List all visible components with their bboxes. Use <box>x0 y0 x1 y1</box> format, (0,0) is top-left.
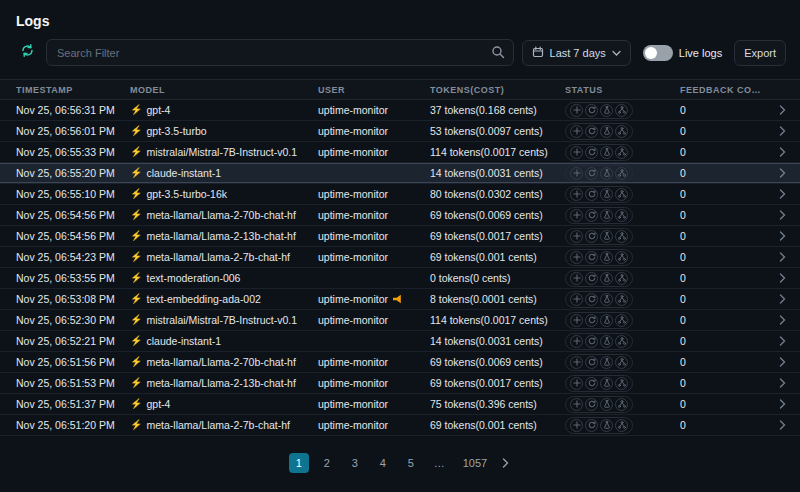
trace-icon[interactable] <box>615 230 628 243</box>
add-icon[interactable] <box>570 188 583 201</box>
table-row[interactable]: Nov 25, 06:52:30 PM ⚡ mistralai/Mistral-… <box>0 310 800 331</box>
experiment-icon[interactable] <box>600 419 613 432</box>
row-expand-button[interactable] <box>772 210 800 220</box>
row-expand-button[interactable] <box>772 399 800 409</box>
trace-icon[interactable] <box>615 377 628 390</box>
row-expand-button[interactable] <box>772 126 800 136</box>
trace-icon[interactable] <box>615 293 628 306</box>
experiment-icon[interactable] <box>600 125 613 138</box>
table-row[interactable]: Nov 25, 06:54:23 PM ⚡ meta-llama/Llama-2… <box>0 247 800 268</box>
experiment-icon[interactable] <box>600 251 613 264</box>
rerun-icon[interactable] <box>585 251 598 264</box>
row-expand-button[interactable] <box>772 231 800 241</box>
trace-icon[interactable] <box>615 167 628 180</box>
row-expand-button[interactable] <box>772 273 800 283</box>
experiment-icon[interactable] <box>600 377 613 390</box>
table-row[interactable]: Nov 25, 06:54:56 PM ⚡ meta-llama/Llama-2… <box>0 205 800 226</box>
experiment-icon[interactable] <box>600 209 613 222</box>
row-expand-button[interactable] <box>772 315 800 325</box>
table-row[interactable]: Nov 25, 06:56:31 PM ⚡ gpt-4 uptime-monit… <box>0 100 800 121</box>
add-icon[interactable] <box>570 230 583 243</box>
search-input[interactable] <box>46 39 514 66</box>
add-icon[interactable] <box>570 167 583 180</box>
experiment-icon[interactable] <box>600 167 613 180</box>
add-icon[interactable] <box>570 125 583 138</box>
experiment-icon[interactable] <box>600 188 613 201</box>
row-expand-button[interactable] <box>772 147 800 157</box>
experiment-icon[interactable] <box>600 314 613 327</box>
page-button[interactable]: 3 <box>345 453 365 473</box>
table-row[interactable]: Nov 25, 06:55:33 PM ⚡ mistralai/Mistral-… <box>0 142 800 163</box>
page-button[interactable]: 1057 <box>458 453 492 473</box>
add-icon[interactable] <box>570 251 583 264</box>
row-expand-button[interactable] <box>772 378 800 388</box>
experiment-icon[interactable] <box>600 398 613 411</box>
trace-icon[interactable] <box>615 398 628 411</box>
page-button[interactable]: 4 <box>373 453 393 473</box>
trace-icon[interactable] <box>615 146 628 159</box>
experiment-icon[interactable] <box>600 356 613 369</box>
rerun-icon[interactable] <box>585 125 598 138</box>
rerun-icon[interactable] <box>585 188 598 201</box>
row-expand-button[interactable] <box>772 336 800 346</box>
row-expand-button[interactable] <box>772 357 800 367</box>
trace-icon[interactable] <box>615 272 628 285</box>
experiment-icon[interactable] <box>600 293 613 306</box>
table-row[interactable]: Nov 25, 06:53:55 PM ⚡ text-moderation-00… <box>0 268 800 289</box>
table-row[interactable]: Nov 25, 06:51:53 PM ⚡ meta-llama/Llama-2… <box>0 373 800 394</box>
live-logs-toggle[interactable] <box>643 45 673 61</box>
table-row[interactable]: Nov 25, 06:54:56 PM ⚡ meta-llama/Llama-2… <box>0 226 800 247</box>
table-row[interactable]: Nov 25, 06:51:37 PM ⚡ gpt-4 uptime-monit… <box>0 394 800 415</box>
row-expand-button[interactable] <box>772 420 800 430</box>
rerun-icon[interactable] <box>585 146 598 159</box>
page-button[interactable]: 5 <box>401 453 421 473</box>
row-expand-button[interactable] <box>772 189 800 199</box>
experiment-icon[interactable] <box>600 104 613 117</box>
rerun-icon[interactable] <box>585 356 598 369</box>
date-range-button[interactable]: Last 7 days <box>522 40 631 66</box>
trace-icon[interactable] <box>615 125 628 138</box>
table-row[interactable]: Nov 25, 06:56:01 PM ⚡ gpt-3.5-turbo upti… <box>0 121 800 142</box>
table-row[interactable]: Nov 25, 06:52:21 PM ⚡ claude-instant-1 1… <box>0 331 800 352</box>
add-icon[interactable] <box>570 335 583 348</box>
add-icon[interactable] <box>570 272 583 285</box>
table-row[interactable]: Nov 25, 06:55:20 PM ⚡ claude-instant-1 1… <box>0 163 800 184</box>
add-icon[interactable] <box>570 314 583 327</box>
add-icon[interactable] <box>570 398 583 411</box>
trace-icon[interactable] <box>615 314 628 327</box>
rerun-icon[interactable] <box>585 167 598 180</box>
table-row[interactable]: Nov 25, 06:55:10 PM ⚡ gpt-3.5-turbo-16k … <box>0 184 800 205</box>
experiment-icon[interactable] <box>600 146 613 159</box>
rerun-icon[interactable] <box>585 104 598 117</box>
experiment-icon[interactable] <box>600 272 613 285</box>
trace-icon[interactable] <box>615 251 628 264</box>
rerun-icon[interactable] <box>585 377 598 390</box>
rerun-icon[interactable] <box>585 209 598 222</box>
rerun-icon[interactable] <box>585 272 598 285</box>
rerun-icon[interactable] <box>585 314 598 327</box>
rerun-icon[interactable] <box>585 230 598 243</box>
row-expand-button[interactable] <box>772 294 800 304</box>
table-row[interactable]: Nov 25, 06:51:56 PM ⚡ meta-llama/Llama-2… <box>0 352 800 373</box>
table-row[interactable]: Nov 25, 06:53:08 PM ⚡ text-embedding-ada… <box>0 289 800 310</box>
rerun-icon[interactable] <box>585 419 598 432</box>
rerun-icon[interactable] <box>585 335 598 348</box>
experiment-icon[interactable] <box>600 335 613 348</box>
add-icon[interactable] <box>570 104 583 117</box>
trace-icon[interactable] <box>615 188 628 201</box>
trace-icon[interactable] <box>615 335 628 348</box>
trace-icon[interactable] <box>615 356 628 369</box>
trace-icon[interactable] <box>615 209 628 222</box>
page-button[interactable]: 2 <box>317 453 337 473</box>
export-button[interactable]: Export <box>734 40 786 66</box>
refresh-button[interactable] <box>16 42 38 64</box>
add-icon[interactable] <box>570 356 583 369</box>
add-icon[interactable] <box>570 209 583 222</box>
row-expand-button[interactable] <box>772 105 800 115</box>
table-row[interactable]: Nov 25, 06:51:20 PM ⚡ meta-llama/Llama-2… <box>0 415 800 436</box>
trace-icon[interactable] <box>615 104 628 117</box>
add-icon[interactable] <box>570 377 583 390</box>
row-expand-button[interactable] <box>772 168 800 178</box>
add-icon[interactable] <box>570 293 583 306</box>
page-button[interactable]: 1 <box>289 453 309 473</box>
